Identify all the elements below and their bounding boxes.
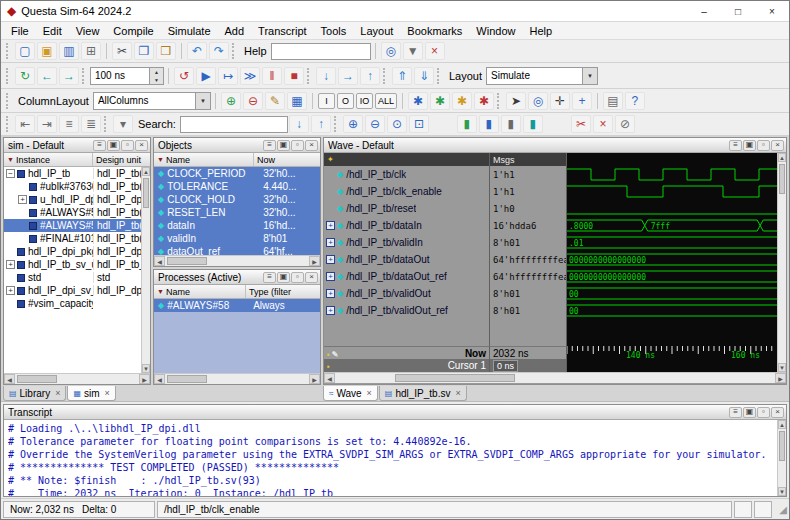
clear-search-icon[interactable]: × (425, 42, 445, 60)
time-ruler[interactable]: 140 ns160 ns (567, 346, 777, 359)
panel-close-icon[interactable]: × (135, 140, 148, 151)
zoom-out-icon[interactable]: ⊖ (365, 115, 385, 133)
wave-vertical-scrollbar[interactable]: ▲ ▼ (777, 153, 786, 372)
new-file-icon[interactable]: ▢ (15, 42, 35, 60)
scroll-thumb[interactable] (17, 375, 57, 383)
expand-icon[interactable]: + (326, 238, 335, 247)
tree-row[interactable]: #ALWAYS#58hdl_IP_tb(f (4, 219, 150, 232)
scroll-thumb[interactable] (143, 178, 149, 208)
tab-library[interactable]: ▤Library× (3, 386, 66, 401)
delete-wave-icon[interactable]: × (593, 115, 613, 133)
object-row[interactable]: ◆dataOut_ref64'hf... (154, 245, 320, 255)
expand-icon[interactable]: + (326, 289, 335, 298)
panel-dock-icon[interactable]: ▣ (743, 407, 756, 418)
scroll-track[interactable] (142, 176, 150, 364)
transcript-panel-header[interactable]: Transcript ≡▣▫× (4, 405, 786, 420)
scroll-down-icon[interactable]: ▼ (778, 363, 786, 372)
wave-signal-row[interactable]: ◆/hdl_IP_tb/reset (324, 200, 489, 217)
print-icon[interactable]: ⊞ (81, 42, 101, 60)
wave-marker-blue-icon[interactable]: ▮ (479, 115, 499, 133)
run-all-icon[interactable]: ≫ (240, 67, 260, 85)
tab-close-icon[interactable]: × (455, 388, 460, 398)
menu-add[interactable]: Add (218, 24, 252, 38)
wave-signal-row[interactable]: +◆/hdl_IP_tb/validIn (324, 234, 489, 251)
up-scope-icon[interactable]: ⇑ (392, 67, 412, 85)
time-ruler-area[interactable]: 140 ns160 ns (566, 346, 777, 359)
expand-right-icon[interactable]: ⇥ (37, 115, 57, 133)
menu-layout[interactable]: Layout (353, 24, 400, 38)
menu-file[interactable]: File (4, 24, 36, 38)
sim-panel-header[interactable]: sim - Default ≡▣▫× (4, 138, 150, 153)
scroll-track[interactable] (335, 373, 775, 383)
tab-wave[interactable]: ≈Wave× (323, 386, 378, 401)
columnlayout-combo[interactable]: AllColumns▼ (93, 92, 211, 110)
crosshair-icon[interactable]: + (572, 92, 592, 110)
wave-signal-row[interactable]: ◆/hdl_IP_tb/clk (324, 166, 489, 183)
wave-signal-row[interactable]: +◆/hdl_IP_tb/validOut (324, 285, 489, 302)
panel-undock-icon[interactable]: ▫ (291, 272, 304, 283)
tree-row[interactable]: +hdl_IP_tb_sv_unithdl_IP_tb_s (4, 258, 150, 271)
scroll-track[interactable] (165, 256, 309, 266)
column-header-design-unit[interactable]: Design unit (93, 153, 150, 166)
group-rows-icon[interactable]: ≣ (81, 115, 101, 133)
column-header-name[interactable]: ▼ Name (154, 285, 246, 298)
filter-in-button[interactable]: I (318, 93, 335, 109)
open-folder-icon[interactable]: ▣ (37, 42, 57, 60)
layout-combo[interactable]: Simulate▼ (486, 67, 598, 85)
step-over-icon[interactable]: → (338, 67, 358, 85)
wave-cursor-row[interactable]: ▪ Cursor 1 (324, 359, 489, 372)
wave-marker-gray-icon[interactable]: ▮ (501, 115, 521, 133)
wave-panel-header[interactable]: Wave - Default ≡▣▫× (324, 138, 786, 153)
search-help-icon[interactable]: ◎ (381, 42, 401, 60)
maximize-button[interactable]: □ (721, 1, 755, 21)
object-row[interactable]: ◆TOLERANCE4.440... (154, 180, 320, 193)
exclude-wave-icon[interactable]: ⊘ (615, 115, 635, 133)
expand-icon[interactable]: + (326, 221, 335, 230)
wave-signal-row[interactable]: +◆/hdl_IP_tb/dataIn (324, 217, 489, 234)
tree-row[interactable]: #ALWAYS#57hdl_IP_tb(f (4, 206, 150, 219)
expand-left-icon[interactable]: ⇤ (15, 115, 35, 133)
column-header-name[interactable]: ▼ Name (154, 153, 254, 166)
cut-wave-icon[interactable]: ✂ (571, 115, 591, 133)
panel-menu-icon[interactable]: ≡ (263, 140, 276, 151)
save-icon[interactable]: ▥ (59, 42, 79, 60)
settings-blue-icon[interactable]: ✱ (408, 92, 428, 110)
column-header-type[interactable]: Type (filter (246, 285, 320, 298)
filter-results-icon[interactable]: ▼ (403, 42, 423, 60)
scroll-track[interactable] (165, 374, 309, 384)
pan-mode-icon[interactable]: ✛ (550, 92, 570, 110)
minimize-button[interactable]: – (687, 1, 721, 21)
zoom-mode-icon[interactable]: ◎ (528, 92, 548, 110)
chevron-down-icon[interactable]: ▼ (582, 68, 597, 84)
tree-row[interactable]: stdstd (4, 271, 150, 284)
panel-menu-icon[interactable]: ≡ (729, 407, 742, 418)
object-row[interactable]: ◆RESET_LEN32'h0... (154, 206, 320, 219)
scroll-left-icon[interactable]: ◀ (324, 373, 335, 383)
scroll-left-icon[interactable]: ◀ (154, 256, 165, 266)
search-prev-icon[interactable]: ↑ (311, 115, 331, 133)
menu-tools[interactable]: Tools (314, 24, 354, 38)
tab-sim[interactable]: ▦sim× (67, 386, 115, 401)
tab-close-icon[interactable]: × (105, 388, 110, 398)
grid-icon[interactable]: ▦ (287, 92, 307, 110)
processes-panel-header[interactable]: Processes (Active) ≡▣▫× (154, 270, 320, 285)
object-row[interactable]: ◆CLOCK_HOLD32'h0... (154, 193, 320, 206)
menu-help[interactable]: Help (522, 24, 559, 38)
processes-horizontal-scrollbar[interactable]: ◀ ▶ (154, 373, 320, 384)
menu-edit[interactable]: Edit (36, 24, 69, 38)
waveform-area[interactable]: .80007fff.010000000000000000000000000000… (566, 166, 777, 319)
wave-cursor-plot[interactable] (566, 359, 777, 372)
object-row[interactable]: ◆validIn8'h01 (154, 232, 320, 245)
panel-close-icon[interactable]: × (305, 140, 318, 151)
scroll-left-icon[interactable]: ◀ (154, 374, 165, 384)
menu-compile[interactable]: Compile (106, 24, 160, 38)
spinner-arrows[interactable]: ▲▼ (149, 68, 163, 84)
object-row[interactable]: ◆dataIn16'hd... (154, 219, 320, 232)
redo-icon[interactable]: ↷ (209, 42, 229, 60)
help-search-input[interactable] (271, 43, 371, 60)
run-icon[interactable]: ▶ (196, 67, 216, 85)
cut-icon[interactable]: ✂ (112, 42, 132, 60)
scroll-right-icon[interactable]: ▶ (309, 256, 320, 266)
scroll-track[interactable] (15, 374, 139, 384)
tree-row[interactable]: #ublk#376361...hdl_IP_tb(f (4, 180, 150, 193)
